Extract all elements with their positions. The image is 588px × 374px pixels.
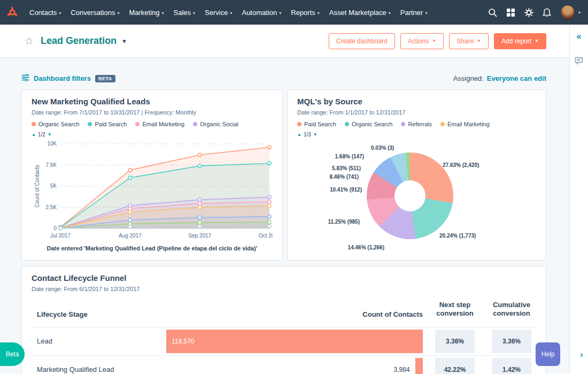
filter-icon <box>21 74 29 83</box>
pie-slice-label: 8.46% (741) <box>330 174 359 180</box>
collapse-panel-icon[interactable]: « <box>577 32 582 41</box>
svg-text:Jul 2017: Jul 2017 <box>50 233 71 239</box>
favorite-star-icon[interactable]: ☆ <box>25 35 34 47</box>
nav-item-label: Reports <box>291 9 315 17</box>
svg-text:10K: 10K <box>47 141 57 147</box>
legend-label: Organic Search <box>38 121 79 127</box>
actions-button[interactable]: Actions▼ <box>400 33 444 49</box>
nav-item-sales[interactable]: Sales▾ <box>169 9 200 17</box>
report-title: Contact Lifecycle Funnel <box>32 273 536 283</box>
funnel-count: 3,984 <box>394 366 410 373</box>
nav-item-contacts[interactable]: Contacts▾ <box>25 9 66 17</box>
legend-dot-icon <box>32 122 36 126</box>
chevron-down-icon: ▼ <box>477 39 481 43</box>
legend-item[interactable]: Organic Search <box>32 121 79 127</box>
pie-slice-label: 20.24% (1,773) <box>439 233 476 239</box>
legend-dot-icon <box>345 122 349 126</box>
funnel-bar-wrap: 3,984 <box>166 358 423 374</box>
settings-icon[interactable] <box>524 8 533 17</box>
dashboard-filters-label: Dashboard filters <box>34 74 91 82</box>
line-area-chart[interactable]: 02.5K5K7.5K10KJul 2017Aug 2017Sep 2017Oc… <box>32 138 273 240</box>
chevron-down-icon: ▾ <box>117 11 119 16</box>
page-down-icon[interactable]: ▼ <box>48 132 52 137</box>
user-avatar[interactable]: ▾ <box>560 5 581 20</box>
legend-dot-icon <box>193 122 197 126</box>
dashboard-filters-toggle[interactable]: Dashboard filters BETA <box>21 74 115 83</box>
svg-text:Count of Contacts: Count of Contacts <box>34 165 40 208</box>
beta-pill[interactable]: Beta <box>0 342 25 366</box>
add-report-button[interactable]: Add report▼ <box>494 33 546 49</box>
column-header-count: Count of Contacts <box>166 310 423 318</box>
x-axis-caption: Date entered 'Marketing Qualified Lead (… <box>32 245 273 253</box>
funnel-bar[interactable]: 118,570 <box>166 330 423 353</box>
main-column: ☆ Lead Generation ▼ Create dashboardActi… <box>0 25 569 374</box>
nav-item-partner[interactable]: Partner▾ <box>396 9 432 17</box>
legend-dot-icon <box>297 122 301 126</box>
legend-item[interactable]: Organic Search <box>345 121 392 127</box>
legend-item[interactable]: Email Marketing <box>135 121 184 127</box>
funnel-bar[interactable] <box>415 358 423 374</box>
column-header-stage: Lifecycle Stage <box>32 310 159 318</box>
nav-menu: Contacts▾Conversations▾Marketing▾Sales▾S… <box>25 9 432 17</box>
legend-item[interactable]: Paid Search <box>88 121 127 127</box>
assigned-value-link[interactable]: Everyone can edit <box>487 74 546 82</box>
page-up-icon[interactable]: ▲ <box>297 132 301 137</box>
header-buttons: Create dashboardActions▼Share▼Add report… <box>329 33 546 49</box>
next-page-chevron-icon[interactable]: › <box>580 349 583 360</box>
funnel-stage-label: Lead <box>32 337 159 345</box>
legend-label: Referrals <box>408 121 432 127</box>
page-title: Lead Generation <box>41 35 117 47</box>
svg-text:7.5K: 7.5K <box>45 162 57 168</box>
svg-text:Oct 2017: Oct 2017 <box>259 233 273 239</box>
legend-item[interactable]: Referrals <box>401 121 432 127</box>
legend-item[interactable]: Organic Social <box>193 121 238 127</box>
page-indicator: 1/2 <box>38 132 45 138</box>
help-button[interactable]: Help <box>536 342 560 366</box>
page-up-icon[interactable]: ▲ <box>32 132 36 137</box>
nav-item-automation[interactable]: Automation▾ <box>237 9 286 17</box>
hubspot-logo[interactable] <box>6 6 18 18</box>
assigned-label: Assigned: <box>453 74 484 82</box>
report-title: New Marketing Qualified Leads <box>32 97 273 106</box>
create-dashboard-button[interactable]: Create dashboard <box>329 33 395 49</box>
nav-item-reports[interactable]: Reports▾ <box>286 9 324 17</box>
assigned-row: Assigned: Everyone can edit <box>453 74 546 82</box>
donut-chart[interactable] <box>367 152 453 239</box>
legend-item[interactable]: Paid Search <box>297 121 336 127</box>
nav-item-asset-marketplace[interactable]: Asset Marketplace▾ <box>324 9 396 17</box>
feedback-comment-icon[interactable] <box>575 57 583 67</box>
pie-slice-label: 14.46% (1,266) <box>348 245 384 250</box>
chevron-down-icon: ▾ <box>279 11 281 16</box>
nav-right-icons: ▾ <box>488 5 582 20</box>
notifications-icon[interactable] <box>543 8 551 17</box>
share-button[interactable]: Share▼ <box>449 33 489 49</box>
nav-item-service[interactable]: Service▾ <box>200 9 237 17</box>
svg-text:2.5K: 2.5K <box>45 204 57 210</box>
funnel-cumulative-conversion: 3.36% <box>492 330 531 353</box>
page-indicator: 1/3 <box>304 132 311 138</box>
legend-label: Paid Search <box>304 121 336 127</box>
chart-legend: Paid SearchOrganic SearchReferralsEmail … <box>297 121 536 127</box>
page-down-icon[interactable]: ▼ <box>313 132 318 137</box>
svg-text:0: 0 <box>53 225 57 231</box>
legend-dot-icon <box>401 122 405 126</box>
chevron-down-icon: ▾ <box>389 11 391 16</box>
svg-text:Sep 2017: Sep 2017 <box>188 233 211 239</box>
legend-dot-icon <box>135 122 140 126</box>
pie-slice-label: 27.63% (2,420) <box>443 162 479 168</box>
search-icon[interactable] <box>488 8 497 17</box>
report-title: MQL's by Source <box>297 97 536 106</box>
funnel-row: Marketing Qualified Lead3,98442.22%1.42% <box>32 355 536 374</box>
dashboard-selector-caret-icon[interactable]: ▼ <box>121 38 127 44</box>
chevron-down-icon: ▾ <box>318 11 320 16</box>
button-label: Share <box>457 37 474 45</box>
nav-item-marketing[interactable]: Marketing▾ <box>124 9 168 17</box>
nav-item-label: Sales <box>174 9 191 17</box>
nav-item-conversations[interactable]: Conversations▾ <box>66 9 124 17</box>
top-nav: Contacts▾Conversations▾Marketing▾Sales▾S… <box>0 0 588 25</box>
funnel-cumulative-conversion: 1.42% <box>492 358 531 374</box>
dashboard-header: ☆ Lead Generation ▼ Create dashboardActi… <box>0 25 569 58</box>
marketplace-icon[interactable] <box>506 8 515 17</box>
funnel-stage-label: Marketing Qualified Lead <box>32 365 159 373</box>
legend-item[interactable]: Email Marketing <box>440 121 490 127</box>
